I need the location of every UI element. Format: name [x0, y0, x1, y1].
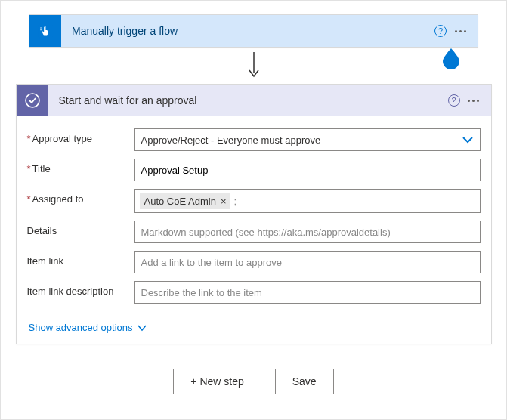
assignee-chip: Auto CoE Admin ×	[140, 193, 231, 209]
chevron-down-icon	[138, 324, 147, 332]
remove-chip-icon[interactable]: ×	[221, 196, 227, 207]
approval-icon	[17, 85, 48, 116]
item-link-desc-input[interactable]	[134, 281, 481, 304]
touch-icon	[29, 15, 61, 47]
item-link-label: Item link	[27, 251, 134, 267]
show-advanced-label: Show advanced options	[29, 322, 133, 333]
approval-body: Approval type Approve/Reject - Everyone …	[17, 116, 491, 344]
svg-point-5	[26, 94, 39, 107]
help-icon[interactable]: ?	[431, 25, 450, 37]
chevron-down-icon	[462, 133, 474, 147]
title-input[interactable]	[134, 159, 481, 181]
connector-arrow	[14, 48, 493, 84]
show-advanced-link[interactable]: Show advanced options	[27, 322, 147, 333]
assigned-to-label: Assigned to	[27, 189, 134, 205]
arrow-down-icon	[247, 51, 261, 81]
assignee-chip-label: Auto CoE Admin	[144, 196, 216, 207]
new-step-label: + New step	[190, 375, 243, 388]
approval-title: Start and wait for an approval	[48, 94, 444, 107]
details-label: Details	[27, 221, 134, 236]
trigger-header[interactable]: Manually trigger a flow ?	[29, 15, 478, 47]
more-icon[interactable]	[450, 30, 470, 32]
more-icon[interactable]	[464, 100, 484, 102]
details-input[interactable]	[134, 221, 481, 243]
water-drop-icon[interactable]	[440, 46, 462, 69]
save-button[interactable]: Save	[275, 369, 334, 394]
save-label: Save	[292, 375, 317, 388]
new-step-button[interactable]: + New step	[173, 369, 261, 394]
flow-designer-canvas: Manually trigger a flow ?	[0, 0, 507, 420]
approval-type-value: Approve/Reject - Everyone must approve	[141, 134, 321, 146]
item-link-desc-label: Item link description	[27, 281, 134, 297]
trigger-card: Manually trigger a flow ?	[29, 14, 478, 48]
title-label: Title	[27, 159, 134, 174]
trigger-title: Manually trigger a flow	[61, 25, 431, 37]
svg-point-3	[40, 29, 41, 30]
approval-card: Start and wait for an approval ? Approva…	[16, 84, 492, 344]
approval-type-label: Approval type	[27, 128, 134, 144]
svg-point-1	[42, 26, 42, 26]
approval-header[interactable]: Start and wait for an approval ?	[17, 85, 491, 116]
assigned-to-input[interactable]: Auto CoE Admin × ;	[134, 189, 481, 213]
svg-point-2	[40, 27, 41, 28]
separator: ;	[233, 196, 236, 207]
help-icon[interactable]: ?	[444, 94, 464, 107]
item-link-input[interactable]	[134, 251, 481, 273]
footer-actions: + New step Save	[14, 369, 493, 394]
approval-type-select[interactable]: Approve/Reject - Everyone must approve	[134, 128, 481, 151]
